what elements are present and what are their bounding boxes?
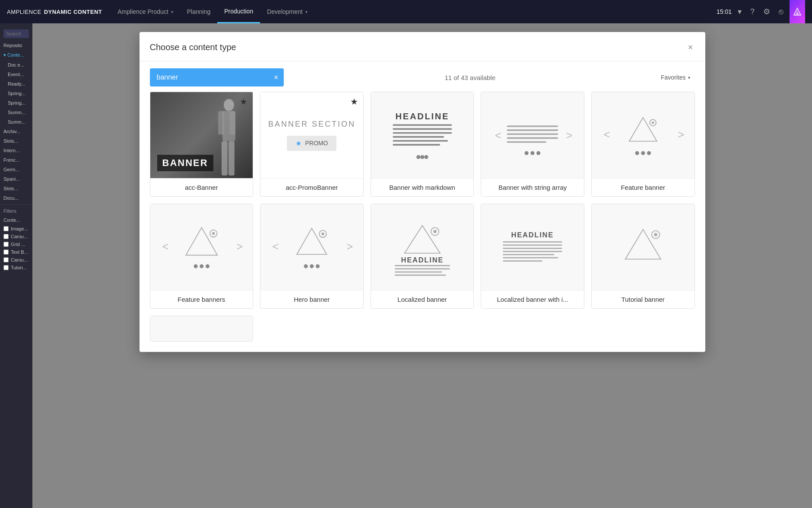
svg-rect-6 <box>222 141 228 176</box>
card-acc-promo-banner[interactable]: ★ BANNER SECTION ★ PROMO acc-PromoBanner <box>260 92 364 197</box>
sidebar-filter-content: Conte... <box>0 215 32 225</box>
filter-carou1-checkbox[interactable] <box>3 234 9 239</box>
svg-marker-46 <box>297 228 327 254</box>
top-nav: Amplience Product ▾ Planning Production … <box>111 0 717 23</box>
card-name-acc-banner: acc-Banner <box>150 179 253 196</box>
card-tutorial-banner[interactable]: Tutorial banner <box>591 204 695 309</box>
content-type-search-input[interactable] <box>150 68 269 86</box>
logout-icon[interactable]: ⎋ <box>776 5 786 19</box>
content-area: Choose a content type × × 11 of 43 avail… <box>32 23 812 508</box>
sidebar-item-event[interactable]: Event... <box>0 70 32 79</box>
sidebar-item-slots1[interactable]: Slots... <box>0 136 32 146</box>
svg-rect-13 <box>393 140 448 141</box>
sidebar-item-french[interactable]: Frenc... <box>0 155 32 165</box>
svg-rect-67 <box>503 260 542 262</box>
star-icon[interactable]: ★ <box>350 96 358 107</box>
filter-carou2[interactable]: Carou... <box>0 256 32 264</box>
favorites-button[interactable]: Favorites ▾ <box>657 71 695 83</box>
sidebar-item-spanish[interactable]: Spani... <box>0 174 32 184</box>
nav-development[interactable]: Development ▾ <box>260 0 314 23</box>
svg-point-51 <box>316 264 320 268</box>
modal-overlay[interactable]: Choose a content type × × 11 of 43 avail… <box>32 23 812 508</box>
sidebar-item-intern[interactable]: Intern... <box>0 146 32 155</box>
filter-carou2-checkbox[interactable] <box>3 257 9 262</box>
sidebar-item-ready[interactable]: Ready... <box>0 79 32 89</box>
svg-point-48 <box>321 232 324 235</box>
svg-rect-65 <box>503 254 555 255</box>
headline-image-preview: HEADLINE <box>371 204 474 291</box>
svg-rect-11 <box>393 132 452 134</box>
settings-icon[interactable]: ⚙ <box>761 4 773 19</box>
filter-tutori-checkbox[interactable] <box>3 265 9 270</box>
sidebar-item-spring1[interactable]: Spring... <box>0 89 32 98</box>
help-icon[interactable]: ? <box>748 5 757 19</box>
svg-rect-62 <box>503 244 562 246</box>
card-feature-banner[interactable]: < > Feature banner <box>591 92 695 197</box>
headline-lines2-preview: HEADLINE <box>481 204 584 291</box>
sidebar-item-content[interactable]: ▾ Conte... <box>0 50 32 60</box>
svg-rect-9 <box>393 124 452 126</box>
filter-image[interactable]: Image... <box>0 225 32 233</box>
card-name-banner-markdown: Banner with markdown <box>371 179 474 196</box>
card-preview-banner-markdown: HEADLINE <box>371 92 474 179</box>
card-localized-banner-i[interactable]: HEADLINE Localized banner with i... <box>481 204 584 309</box>
card-acc-banner[interactable]: ★ <box>150 92 254 197</box>
filter-textb[interactable]: Text B... <box>0 248 32 256</box>
card-partial[interactable] <box>150 316 254 342</box>
sidebar-item-german[interactable]: Germ... <box>0 165 32 174</box>
search-clear-button[interactable]: × <box>269 70 284 86</box>
svg-text:>: > <box>236 240 243 252</box>
card-name-hero-banner: Hero banner <box>260 291 363 308</box>
nav-amplience-product[interactable]: Amplience Product ▾ <box>111 0 180 23</box>
svg-rect-63 <box>503 247 562 249</box>
card-preview-tutorial-banner <box>592 204 695 291</box>
svg-point-43 <box>205 264 209 268</box>
topbar-logo <box>790 0 805 23</box>
svg-point-35 <box>647 151 651 155</box>
filter-grid[interactable]: Grid ... <box>0 240 32 248</box>
svg-point-2 <box>224 99 234 111</box>
svg-rect-58 <box>395 271 442 272</box>
filter-textb-checkbox[interactable] <box>3 249 9 255</box>
nav-planning[interactable]: Planning <box>180 0 218 23</box>
promo-title-text: BANNER SECTION <box>268 120 355 129</box>
filter-image-checkbox[interactable] <box>3 226 9 231</box>
card-preview-localized-banner: HEADLINE <box>371 204 474 291</box>
svg-rect-20 <box>507 125 558 127</box>
nav-production[interactable]: Production <box>217 0 260 23</box>
sidebar-item-docu[interactable]: Docu... <box>0 193 32 203</box>
filter-carou1[interactable]: Carou... <box>0 233 32 240</box>
card-hero-banner[interactable]: < > Hero banner <box>260 204 364 309</box>
topbar-right: 15:01 ▾ ? ⚙ ⎋ <box>717 0 805 23</box>
search-input[interactable] <box>3 29 29 38</box>
card-banner-string-array[interactable]: < > Bann <box>481 92 584 197</box>
topbar-time: 15:01 <box>717 8 732 15</box>
card-preview-feature-banners: < > <box>150 204 253 291</box>
svg-point-54 <box>433 230 436 233</box>
svg-text:>: > <box>566 129 573 141</box>
svg-text:HEADLINE: HEADLINE <box>511 231 554 239</box>
partial-preview <box>150 316 253 342</box>
chevron-down-icon[interactable]: ▾ <box>735 4 744 19</box>
filter-grid-checkbox[interactable] <box>3 242 9 247</box>
sidebar-item-spring2[interactable]: Spring... <box>0 98 32 108</box>
banner-label-text: BANNER <box>157 155 213 171</box>
sidebar-item-archiv[interactable]: Archiv... <box>0 127 32 136</box>
card-localized-banner[interactable]: HEADLINE Localized banner <box>371 204 474 309</box>
filter-carou2-label: Carou... <box>11 257 28 262</box>
svg-text:HEADLINE: HEADLINE <box>395 112 449 121</box>
modal-close-button[interactable]: × <box>686 41 695 54</box>
star-icon[interactable]: ★ <box>240 96 247 107</box>
card-banner-markdown[interactable]: HEADLINE <box>371 92 474 197</box>
svg-text:<: < <box>162 240 168 252</box>
svg-rect-7 <box>228 141 235 176</box>
sidebar-item-doc[interactable]: Doc e... <box>0 60 32 70</box>
svg-rect-59 <box>395 275 446 276</box>
svg-point-16 <box>420 155 424 159</box>
filter-tutori[interactable]: Tutori... <box>0 264 32 272</box>
svg-point-15 <box>416 155 420 159</box>
sidebar-item-summ1[interactable]: Summ... <box>0 108 32 117</box>
sidebar-item-slots2[interactable]: Slots... <box>0 184 32 193</box>
card-feature-banners[interactable]: < > Feature banners <box>150 204 254 309</box>
sidebar-item-summ2[interactable]: Summ... <box>0 117 32 127</box>
